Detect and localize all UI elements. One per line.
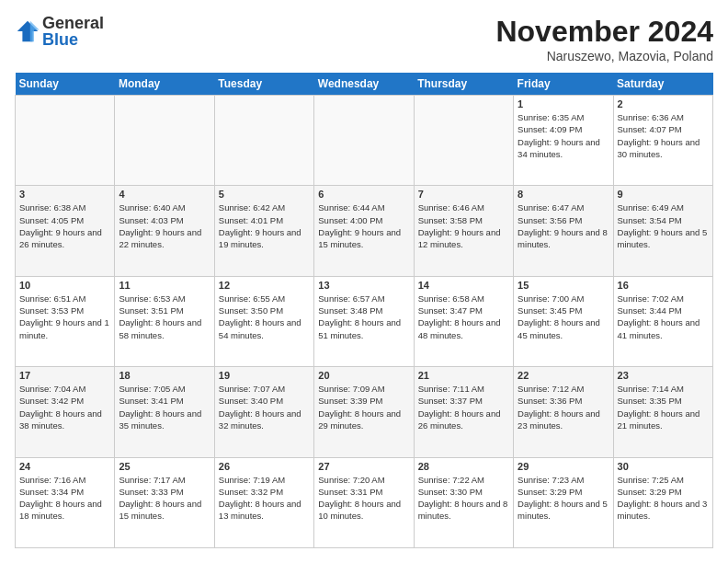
calendar-cell: 29Sunrise: 7:23 AMSunset: 3:29 PMDayligh… (514, 457, 613, 547)
day-number: 25 (119, 461, 210, 472)
day-info: Sunrise: 7:05 AMSunset: 3:41 PMDaylight:… (119, 383, 210, 431)
day-info: Sunrise: 7:25 AMSunset: 3:29 PMDaylight:… (618, 474, 709, 523)
header-monday: Monday (115, 73, 214, 96)
calendar-cell: 20Sunrise: 7:09 AMSunset: 3:39 PMDayligh… (314, 367, 414, 457)
day-info: Sunrise: 7:19 AMSunset: 3:32 PMDaylight:… (219, 474, 310, 523)
day-number: 22 (518, 370, 609, 381)
day-info: Sunrise: 6:40 AMSunset: 4:03 PMDaylight:… (119, 201, 210, 250)
calendar-cell: 18Sunrise: 7:05 AMSunset: 3:41 PMDayligh… (115, 367, 214, 457)
day-number: 8 (518, 189, 609, 200)
calendar-table: Sunday Monday Tuesday Wednesday Thursday… (15, 73, 713, 548)
day-info: Sunrise: 6:42 AMSunset: 4:01 PMDaylight:… (219, 201, 310, 250)
day-info: Sunrise: 7:07 AMSunset: 3:40 PMDaylight:… (219, 383, 310, 431)
calendar-cell (414, 96, 513, 186)
calendar-cell: 4Sunrise: 6:40 AMSunset: 4:03 PMDaylight… (115, 186, 214, 276)
day-info: Sunrise: 6:35 AMSunset: 4:09 PMDaylight:… (518, 111, 609, 160)
calendar-cell: 11Sunrise: 6:53 AMSunset: 3:51 PMDayligh… (115, 276, 214, 366)
calendar-week-1: 1Sunrise: 6:35 AMSunset: 4:09 PMDaylight… (16, 96, 713, 186)
header-saturday: Saturday (613, 73, 712, 96)
day-number: 5 (219, 189, 310, 200)
day-info: Sunrise: 6:46 AMSunset: 3:58 PMDaylight:… (418, 201, 509, 250)
page: General Blue November 2024 Naruszewo, Ma… (0, 0, 728, 563)
logo-blue-text: Blue (42, 31, 104, 48)
day-info: Sunrise: 7:16 AMSunset: 3:34 PMDaylight:… (19, 474, 110, 523)
day-number: 12 (219, 280, 310, 291)
day-info: Sunrise: 6:55 AMSunset: 3:50 PMDaylight:… (219, 293, 310, 341)
day-info: Sunrise: 6:51 AMSunset: 3:53 PMDaylight:… (19, 293, 110, 341)
day-info: Sunrise: 7:22 AMSunset: 3:30 PMDaylight:… (418, 474, 509, 523)
day-info: Sunrise: 7:00 AMSunset: 3:45 PMDaylight:… (518, 293, 609, 341)
calendar-cell: 24Sunrise: 7:16 AMSunset: 3:34 PMDayligh… (16, 457, 115, 547)
day-number: 15 (518, 280, 609, 291)
day-info: Sunrise: 6:57 AMSunset: 3:48 PMDaylight:… (318, 293, 409, 341)
calendar-cell: 1Sunrise: 6:35 AMSunset: 4:09 PMDaylight… (514, 96, 613, 186)
header-friday: Friday (514, 73, 613, 96)
calendar-cell: 14Sunrise: 6:58 AMSunset: 3:47 PMDayligh… (414, 276, 513, 366)
day-number: 9 (618, 189, 709, 200)
day-number: 23 (618, 370, 709, 381)
calendar-cell: 15Sunrise: 7:00 AMSunset: 3:45 PMDayligh… (514, 276, 613, 366)
header-thursday: Thursday (414, 73, 513, 96)
svg-marker-0 (17, 21, 38, 41)
calendar: Sunday Monday Tuesday Wednesday Thursday… (15, 73, 713, 548)
day-number: 10 (19, 280, 110, 291)
day-number: 29 (518, 461, 609, 472)
calendar-cell: 5Sunrise: 6:42 AMSunset: 4:01 PMDaylight… (214, 186, 313, 276)
day-info: Sunrise: 7:23 AMSunset: 3:29 PMDaylight:… (518, 474, 609, 523)
day-number: 1 (518, 98, 609, 109)
calendar-cell: 6Sunrise: 6:44 AMSunset: 4:00 PMDaylight… (314, 186, 414, 276)
day-info: Sunrise: 7:17 AMSunset: 3:33 PMDaylight:… (119, 474, 210, 523)
calendar-cell: 30Sunrise: 7:25 AMSunset: 3:29 PMDayligh… (613, 457, 712, 547)
day-number: 19 (219, 370, 310, 381)
calendar-week-4: 17Sunrise: 7:04 AMSunset: 3:42 PMDayligh… (16, 367, 713, 457)
day-info: Sunrise: 7:20 AMSunset: 3:31 PMDaylight:… (318, 474, 409, 523)
day-info: Sunrise: 6:44 AMSunset: 4:00 PMDaylight:… (318, 201, 409, 250)
day-info: Sunrise: 7:11 AMSunset: 3:37 PMDaylight:… (418, 383, 509, 431)
calendar-cell: 17Sunrise: 7:04 AMSunset: 3:42 PMDayligh… (16, 367, 115, 457)
calendar-cell: 7Sunrise: 6:46 AMSunset: 3:58 PMDaylight… (414, 186, 513, 276)
calendar-cell: 27Sunrise: 7:20 AMSunset: 3:31 PMDayligh… (314, 457, 414, 547)
day-number: 18 (119, 370, 210, 381)
header-sunday: Sunday (16, 73, 115, 96)
title-block: November 2024 Naruszewo, Mazovia, Poland (495, 15, 713, 63)
calendar-cell: 23Sunrise: 7:14 AMSunset: 3:35 PMDayligh… (613, 367, 712, 457)
day-info: Sunrise: 6:58 AMSunset: 3:47 PMDaylight:… (418, 293, 509, 341)
day-info: Sunrise: 7:02 AMSunset: 3:44 PMDaylight:… (618, 293, 709, 341)
day-info: Sunrise: 7:12 AMSunset: 3:36 PMDaylight:… (518, 383, 609, 431)
header-row: Sunday Monday Tuesday Wednesday Thursday… (16, 73, 713, 96)
logo-text: General Blue (42, 15, 104, 48)
calendar-cell: 25Sunrise: 7:17 AMSunset: 3:33 PMDayligh… (115, 457, 214, 547)
day-number: 26 (219, 461, 310, 472)
day-number: 6 (318, 189, 409, 200)
calendar-cell: 13Sunrise: 6:57 AMSunset: 3:48 PMDayligh… (314, 276, 414, 366)
day-info: Sunrise: 6:53 AMSunset: 3:51 PMDaylight:… (119, 293, 210, 341)
header-tuesday: Tuesday (214, 73, 313, 96)
calendar-cell: 21Sunrise: 7:11 AMSunset: 3:37 PMDayligh… (414, 367, 513, 457)
calendar-week-2: 3Sunrise: 6:38 AMSunset: 4:05 PMDaylight… (16, 186, 713, 276)
logo-general-text: General (42, 15, 104, 31)
logo: General Blue (15, 15, 104, 48)
day-number: 11 (119, 280, 210, 291)
day-number: 13 (318, 280, 409, 291)
day-info: Sunrise: 6:38 AMSunset: 4:05 PMDaylight:… (19, 201, 110, 250)
calendar-header: Sunday Monday Tuesday Wednesday Thursday… (16, 73, 713, 96)
logo-icon (15, 18, 40, 44)
day-number: 17 (19, 370, 110, 381)
day-info: Sunrise: 7:14 AMSunset: 3:35 PMDaylight:… (618, 383, 709, 431)
month-title: November 2024 (495, 15, 713, 49)
calendar-cell: 8Sunrise: 6:47 AMSunset: 3:56 PMDaylight… (514, 186, 613, 276)
calendar-week-3: 10Sunrise: 6:51 AMSunset: 3:53 PMDayligh… (16, 276, 713, 366)
day-number: 20 (318, 370, 409, 381)
calendar-cell (115, 96, 214, 186)
calendar-week-5: 24Sunrise: 7:16 AMSunset: 3:34 PMDayligh… (16, 457, 713, 547)
calendar-cell: 28Sunrise: 7:22 AMSunset: 3:30 PMDayligh… (414, 457, 513, 547)
calendar-cell: 26Sunrise: 7:19 AMSunset: 3:32 PMDayligh… (214, 457, 313, 547)
calendar-cell: 12Sunrise: 6:55 AMSunset: 3:50 PMDayligh… (214, 276, 313, 366)
day-number: 3 (19, 189, 110, 200)
day-number: 2 (618, 98, 709, 109)
calendar-body: 1Sunrise: 6:35 AMSunset: 4:09 PMDaylight… (16, 96, 713, 548)
day-number: 14 (418, 280, 509, 291)
day-number: 28 (418, 461, 509, 472)
day-info: Sunrise: 7:04 AMSunset: 3:42 PMDaylight:… (19, 383, 110, 431)
day-number: 30 (618, 461, 709, 472)
